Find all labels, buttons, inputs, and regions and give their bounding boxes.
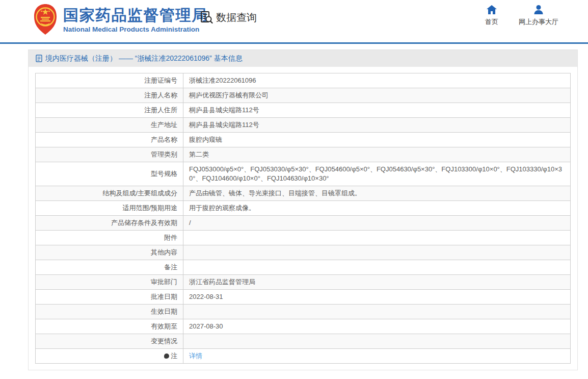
row-value: 用于腹腔的观察成像。 [183,201,571,216]
note-balloon-icon [164,353,169,359]
row-value: 桐庐县县城尖端路112号 [183,118,571,133]
table-row: 附件 [36,231,571,245]
nav-online-hall[interactable]: 网上办事大厅 [519,5,558,27]
row-label: 附件 [36,231,183,245]
org-name-zh: 国家药品监督管理局 [63,7,208,24]
row-value [183,334,571,349]
site-header: 国家药品监督管理局 National Medical Products Admi… [0,0,588,44]
nav-home-label: 首页 [485,17,498,27]
table-row: 批准日期2022-08-31 [36,290,571,305]
row-value [183,245,571,260]
table-row: 适用范围/预期用途用于腹腔的观察成像。 [36,201,571,216]
main-content: 境内医疗器械（注册） —— “浙械注准20222061096” 基本信息 注册证… [0,44,588,370]
row-label: 生产地址 [36,118,183,133]
table-row: 管理类别第二类 [36,147,571,162]
row-label: 变更情况 [36,334,183,349]
row-value: 详情 [183,349,571,364]
row-value [183,305,571,319]
org-name-en: National Medical Products Administration [63,26,208,33]
data-query-menu[interactable]: 数据查询 [200,11,257,24]
row-label: 结构及组成/主要组成成分 [36,186,183,201]
row-value: 桐庐优视医疗器械有限公司 [183,88,571,103]
row-value: 2022-08-31 [183,290,571,305]
national-emblem-logo [34,4,57,35]
row-label: 审批部门 [36,275,183,290]
table-row: 注册证编号浙械注准20222061096 [36,73,571,88]
row-value: / [183,216,571,231]
row-label: 管理类别 [36,147,183,162]
nav-online-hall-label: 网上办事大厅 [519,17,558,27]
table-row: 审批部门浙江省药品监督管理局 [36,275,571,290]
table-row: 注册人名称桐庐优视医疗器械有限公司 [36,88,571,103]
info-table-wrap: 注册证编号浙械注准20222061096注册人名称桐庐优视医疗器械有限公司注册人… [35,73,571,364]
row-value: 浙江省药品监督管理局 [183,275,571,290]
row-label: 注 [36,349,183,364]
row-label: 注册人名称 [36,88,183,103]
row-value: 桐庐县县城尖端路112号 [183,103,571,118]
nav-home[interactable]: 首页 [485,5,498,27]
brand-titles: 国家药品监督管理局 National Medical Products Admi… [63,7,208,33]
page-title: 境内医疗器械（注册） —— “浙械注准20222061096” 基本信息 [45,54,243,63]
table-row: 生效日期 [36,305,571,319]
table-row: 结构及组成/主要组成成分产品由镜管、镜体、导光束接口、目端接管、目镜罩组成。 [36,186,571,201]
row-label: 批准日期 [36,290,183,305]
row-value: 浙械注准20222061096 [183,73,571,88]
row-value: 2027-08-30 [183,319,571,334]
table-row: 有效期至2027-08-30 [36,319,571,334]
card-title-bar: 境内医疗器械（注册） —— “浙械注准20222061096” 基本信息 [29,50,577,67]
row-label: 适用范围/预期用途 [36,201,183,216]
document-icon [36,55,42,62]
table-row: 型号规格FQJ053000/φ5×0°、FQJ053030/φ5×30°、FQJ… [36,162,571,186]
table-row: 变更情况 [36,334,571,349]
row-label: 其他内容 [36,245,183,260]
row-value: 第二类 [183,147,571,162]
row-label: 注册证编号 [36,73,183,88]
table-row: 生产地址桐庐县县城尖端路112号 [36,118,571,133]
registration-card: 境内医疗器械（注册） —— “浙械注准20222061096” 基本信息 注册证… [28,49,578,370]
row-label: 备注 [36,260,183,275]
row-value: FQJ053000/φ5×0°、FQJ053030/φ5×30°、FQJ0546… [183,162,571,186]
row-label: 产品名称 [36,133,183,147]
row-label: 注册人住所 [36,103,183,118]
row-label: 型号规格 [36,162,183,186]
table-row: 产品储存条件及有效期/ [36,216,571,231]
detail-link[interactable]: 详情 [189,352,202,360]
home-icon [486,5,497,15]
row-value: 产品由镜管、镜体、导光束接口、目端接管、目镜罩组成。 [183,186,571,201]
table-row: 注册人住所桐庐县县城尖端路112号 [36,103,571,118]
row-value: 腹腔内窥镜 [183,133,571,147]
data-query-icon [200,11,213,24]
row-label: 生效日期 [36,305,183,319]
info-table-body: 注册证编号浙械注准20222061096注册人名称桐庐优视医疗器械有限公司注册人… [36,73,571,364]
table-row: 注详情 [36,349,571,364]
data-query-label: 数据查询 [216,11,257,24]
row-label: 产品储存条件及有效期 [36,216,183,231]
table-row: 产品名称腹腔内窥镜 [36,133,571,147]
header-nav: 首页 网上办事大厅 [485,5,558,27]
row-value [183,231,571,245]
table-row: 备注 [36,260,571,275]
row-value [183,260,571,275]
row-label: 有效期至 [36,319,183,334]
table-row: 其他内容 [36,245,571,260]
info-table: 注册证编号浙械注准20222061096注册人名称桐庐优视医疗器械有限公司注册人… [35,73,571,364]
user-icon [533,5,544,15]
